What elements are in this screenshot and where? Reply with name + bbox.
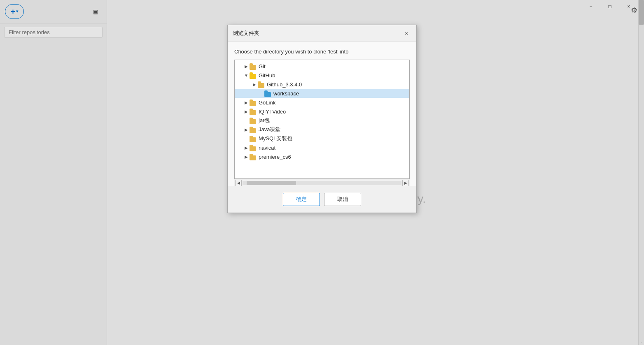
tree-item-mysql[interactable]: ▶ MySQL安装包: [235, 134, 409, 143]
folder-icon-github3340: [258, 81, 265, 88]
hscroll-track: [243, 181, 401, 185]
folder-tree-scroll[interactable]: ▶ Git ▼ GitHub ▶: [235, 60, 409, 178]
tree-item-github3340[interactable]: ▶ Github_3.3.4.0: [235, 80, 409, 89]
confirm-button[interactable]: 确定: [283, 193, 320, 206]
tree-toggle-premiere: ▶: [243, 153, 250, 160]
tree-item-golink[interactable]: ▶ GoLink: [235, 98, 409, 107]
tree-toggle-github3340: ▶: [251, 81, 258, 88]
tree-item-navicat[interactable]: ▶ navicat: [235, 143, 409, 152]
tree-toggle-github: ▼: [243, 72, 250, 79]
tree-label-golink: GoLink: [259, 100, 275, 106]
tree-item-premiere[interactable]: ▶ premiere_cs6: [235, 152, 409, 161]
hscroll-thumb: [247, 181, 296, 185]
tree-item-github[interactable]: ▼ GitHub: [235, 71, 409, 80]
tree-label-jar: jar包: [259, 117, 270, 124]
tree-label-java: Java课堂: [259, 126, 280, 133]
folder-icon-java: [250, 126, 257, 133]
browse-folder-dialog: 浏览文件夹 × Choose the directory you wish to…: [227, 25, 417, 213]
folder-icon-workspace: [264, 90, 272, 97]
tree-toggle-golink: ▶: [243, 99, 250, 106]
hscroll-right-button[interactable]: ▶: [402, 180, 409, 186]
folder-icon-premiere: [250, 153, 257, 160]
tree-item-java[interactable]: ▶ Java课堂: [235, 125, 409, 134]
dialog-footer: 确定 取消: [228, 186, 416, 213]
dialog-body: Choose the directory you wish to clone '…: [228, 42, 416, 186]
tree-label-github: GitHub: [259, 72, 275, 79]
tree-item-git[interactable]: ▶ Git: [235, 62, 409, 71]
tree-label-mysql: MySQL安装包: [259, 135, 292, 142]
cancel-button[interactable]: 取消: [324, 193, 361, 206]
tree-toggle-navicat: ▶: [243, 144, 250, 151]
folder-icon-navicat: [250, 144, 257, 151]
dialog-title: 浏览文件夹: [233, 30, 259, 37]
folder-icon-golink: [250, 99, 257, 106]
resize-handle[interactable]: ⋱: [639, 340, 644, 345]
tree-label-navicat: navicat: [259, 145, 275, 151]
dialog-titlebar: 浏览文件夹 ×: [228, 25, 416, 42]
dialog-description: Choose the directory you wish to clone '…: [234, 49, 410, 55]
folder-icon-git: [250, 63, 257, 70]
tree-item-iqiyi[interactable]: ▶ IQIYI Video: [235, 107, 409, 116]
dialog-overlay: 浏览文件夹 × Choose the directory you wish to…: [0, 0, 644, 345]
tree-item-jar[interactable]: ▶ jar包: [235, 116, 409, 125]
horizontal-scrollbar[interactable]: ◀ ▶: [234, 179, 410, 186]
hscroll-left-button[interactable]: ◀: [235, 180, 242, 186]
dialog-close-button[interactable]: ×: [401, 28, 411, 38]
tree-label-iqiyi: IQIYI Video: [259, 109, 286, 115]
folder-icon-mysql: [250, 135, 257, 142]
folder-icon-jar: [250, 117, 257, 124]
tree-label-github3340: Github_3.3.4.0: [267, 81, 302, 88]
tree-toggle-iqiyi: ▶: [243, 108, 250, 115]
folder-tree-container: ▶ Git ▼ GitHub ▶: [234, 60, 410, 179]
folder-icon-iqiyi: [250, 108, 257, 115]
tree-toggle-java: ▶: [243, 126, 250, 133]
folder-icon-github: [250, 72, 257, 79]
tree-label-workspace: workspace: [273, 90, 299, 97]
app-window: − □ × + ▾ ▣ ⚙: [0, 0, 644, 345]
tree-item-workspace[interactable]: ▶ workspace: [235, 89, 409, 98]
tree-toggle-git: ▶: [243, 63, 250, 69]
tree-label-premiere: premiere_cs6: [259, 154, 291, 160]
tree-label-git: Git: [259, 63, 266, 69]
